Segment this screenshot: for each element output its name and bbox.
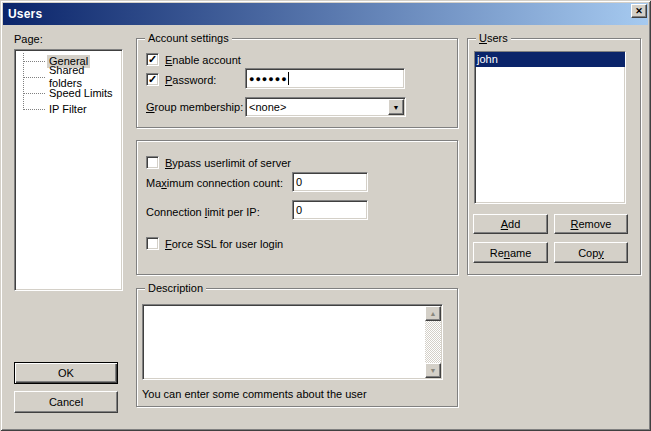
selected-option: <none>	[246, 101, 387, 113]
ok-button[interactable]: OK	[14, 362, 118, 384]
window-title: Users	[8, 7, 42, 21]
password-input[interactable]: ●●●●●●	[245, 68, 405, 89]
add-button[interactable]: Add	[473, 214, 548, 234]
group-membership-label: Group membership:	[146, 101, 243, 113]
users-title: Users	[476, 32, 511, 44]
description-scrollbar[interactable]: ▲ ▼	[425, 306, 441, 378]
password-label[interactable]: Password:	[165, 74, 216, 86]
page-tree[interactable]: General Shared folders Speed Limits IP F…	[14, 49, 123, 291]
description-title: Description	[145, 282, 206, 294]
check-icon: ✓	[148, 74, 157, 85]
users-list[interactable]: john	[474, 51, 626, 204]
cancel-button[interactable]: Cancel	[14, 391, 118, 413]
rename-button[interactable]: Rename	[473, 242, 548, 263]
scroll-down-icon[interactable]: ▼	[425, 363, 441, 378]
close-button[interactable]: ✕	[631, 4, 647, 18]
password-masked-value: ●●●●●●	[249, 74, 288, 84]
copy-button[interactable]: Copy	[554, 242, 628, 263]
page-label: Page:	[14, 33, 43, 45]
description-textarea[interactable]: ▲ ▼	[142, 304, 443, 380]
text-caret	[288, 72, 289, 85]
users-dialog: Users ✕ Page: General Shared folders Spe…	[0, 0, 651, 431]
chevron-down-icon[interactable]: ▼	[388, 99, 404, 115]
scroll-up-icon[interactable]: ▲	[425, 306, 441, 321]
description-hint: You can enter some comments about the us…	[142, 388, 367, 400]
enable-account-label[interactable]: Enable account	[165, 54, 241, 66]
group-membership-select[interactable]: <none> ▼	[245, 97, 406, 117]
remove-button[interactable]: Remove	[554, 214, 628, 234]
password-checkbox[interactable]: ✓	[146, 73, 159, 86]
check-icon: ✓	[148, 54, 157, 65]
bypass-userlimit-label[interactable]: Bypass userlimit of server	[165, 157, 291, 169]
tree-item-shared-folders[interactable]: Shared folders	[15, 69, 122, 85]
connection-limit-per-ip-input[interactable]	[292, 200, 368, 220]
enable-account-checkbox[interactable]: ✓	[146, 53, 159, 66]
list-item-john[interactable]: john	[475, 52, 625, 67]
close-icon: ✕	[635, 7, 643, 16]
bypass-userlimit-checkbox[interactable]: ✓	[146, 156, 159, 169]
max-connection-count-input[interactable]	[292, 172, 368, 192]
connection-limit-per-ip-label: Connection limit per IP:	[146, 206, 260, 218]
account-settings-title: Account settings	[145, 32, 232, 44]
tree-item-speed-limits[interactable]: Speed Limits	[15, 85, 122, 101]
tree-item-ip-filter[interactable]: IP Filter	[15, 101, 122, 117]
title-bar[interactable]: Users	[3, 3, 648, 25]
force-ssl-checkbox[interactable]: ✓	[146, 237, 159, 250]
max-connection-count-label: Maximum connection count:	[146, 177, 283, 189]
force-ssl-label[interactable]: Force SSL for user login	[165, 238, 283, 250]
